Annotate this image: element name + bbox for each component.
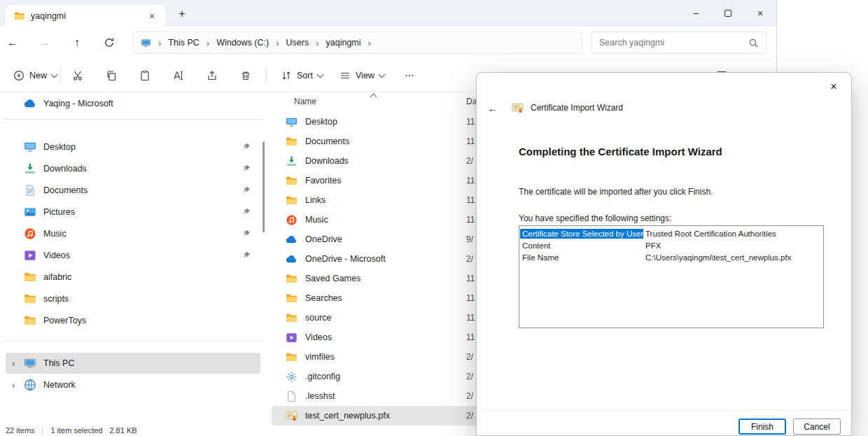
back-button[interactable]: ← <box>1 31 24 54</box>
sidebar-item-music[interactable]: Music <box>6 223 260 244</box>
forward-button[interactable]: → <box>34 31 56 54</box>
chevron-down-icon <box>51 71 58 78</box>
tab-yaqingmi[interactable]: yaqingmi × <box>6 5 165 27</box>
certificate-icon <box>286 410 298 422</box>
search-box[interactable] <box>592 31 766 54</box>
settings-value: PFX <box>643 241 663 251</box>
breadcrumb-item-this-pc[interactable]: This PC <box>165 36 202 49</box>
sidebar-item-pictures[interactable]: Pictures <box>6 202 260 223</box>
share-button[interactable] <box>198 64 226 87</box>
pin-icon <box>242 143 251 151</box>
downloads-icon <box>24 162 36 175</box>
settings-row-certificate-store-selected-by-user[interactable]: Certificate Store Selected by UserTruste… <box>520 227 822 239</box>
sidebar-item-downloads[interactable]: Downloads <box>6 158 260 179</box>
sidebar-item-yaqing-microsoft[interactable]: Yaqing - Microsoft <box>6 93 260 114</box>
column-header-name[interactable]: Name <box>294 97 316 106</box>
new-tab-button[interactable]: + <box>172 6 192 22</box>
up-button[interactable]: ↑ <box>66 31 88 54</box>
status-selection-size: 2.81 KB <box>109 426 136 435</box>
cancel-button[interactable]: Cancel <box>793 419 841 435</box>
view-icon <box>340 70 351 81</box>
folder-icon <box>286 312 298 324</box>
file-date-modified: 11 <box>466 293 475 303</box>
folder-icon <box>24 314 36 327</box>
sort-button[interactable]: Sort <box>274 64 329 87</box>
paste-button[interactable] <box>131 64 159 87</box>
dialog-back-button[interactable]: ← <box>484 100 502 115</box>
sidebar-item-label: scripts <box>43 294 255 304</box>
sidebar-item-label: Downloads <box>43 164 235 174</box>
settings-listview[interactable]: Certificate Store Selected by UserTruste… <box>519 225 824 328</box>
file-icon <box>286 391 298 402</box>
downloads-icon <box>286 155 298 167</box>
more-icon <box>404 70 415 81</box>
rename-button[interactable] <box>164 64 192 87</box>
chevron-right-icon: › <box>365 38 374 48</box>
dialog-header: ← Certificate Import Wizard <box>484 99 623 116</box>
toolbar-divider <box>60 67 61 84</box>
file-name: Favorites <box>305 176 341 185</box>
sidebar-item-this-pc[interactable]: ›This PC <box>6 353 260 374</box>
breadcrumb[interactable]: ›This PC›Windows (C:)›Users›yaqingmi› <box>133 31 582 54</box>
file-date-modified: 2/ <box>466 391 473 401</box>
tab-close-icon[interactable]: × <box>144 8 160 24</box>
sidebar-item-label: Desktop <box>43 142 235 152</box>
settings-row-file-name[interactable]: File NameC:\Users\yaqingmi\test_cert_new… <box>520 251 822 263</box>
settings-value: C:\Users\yaqingmi\test_cert_newplus.pfx <box>643 253 793 262</box>
sidebar-item-documents[interactable]: Documents <box>6 180 260 201</box>
close-icon: × <box>757 8 763 19</box>
file-name: .gitconfig <box>305 372 340 381</box>
close-button[interactable]: × <box>744 0 776 27</box>
sidebar-item-label: Videos <box>43 251 235 260</box>
copy-button[interactable] <box>97 64 125 87</box>
file-date-modified: 2/ <box>466 156 473 166</box>
breadcrumb-item-users[interactable]: Users <box>284 36 312 49</box>
settings-row-content[interactable]: ContentPFX <box>520 239 822 251</box>
maximize-button[interactable] <box>712 0 744 27</box>
breadcrumb-item-yaqingmi[interactable]: yaqingmi <box>323 36 364 49</box>
folder-icon <box>24 271 36 283</box>
sort-icon <box>281 70 292 81</box>
chevron-right-icon: › <box>155 38 164 48</box>
pin-icon <box>242 186 251 195</box>
up-icon: ↑ <box>74 36 80 49</box>
sidebar-item-scripts[interactable]: scripts <box>6 288 260 309</box>
pin-icon <box>242 251 251 260</box>
breadcrumb-item-windows-c[interactable]: Windows (C:) <box>214 36 272 49</box>
file-date-modified: 2/ <box>466 372 473 381</box>
sidebar-item-desktop[interactable]: Desktop <box>6 136 260 157</box>
folder-icon <box>286 195 298 206</box>
search-input[interactable] <box>599 38 743 48</box>
folder-icon <box>14 10 25 22</box>
forward-icon: → <box>39 36 50 49</box>
sidebar-item-network[interactable]: ›Network <box>6 374 260 395</box>
cut-icon <box>72 70 83 81</box>
new-button[interactable]: New <box>7 64 63 87</box>
file-date-modified: 11 <box>466 332 475 342</box>
sidebar-item-aifabric[interactable]: aifabric <box>6 267 260 288</box>
more-options-button[interactable] <box>398 64 421 87</box>
delete-button[interactable] <box>232 64 260 87</box>
view-button[interactable]: View <box>333 64 391 87</box>
sidebar-item-videos[interactable]: Videos <box>6 245 260 266</box>
refresh-button[interactable] <box>98 31 120 54</box>
finish-button[interactable]: Finish <box>738 419 786 435</box>
chevron-right-icon[interactable]: › <box>12 380 19 391</box>
sidebar-item-label: This PC <box>43 358 255 368</box>
sidebar-item-label: Network <box>43 380 255 390</box>
chevron-right-icon: › <box>313 38 321 48</box>
file-date-modified: 11 <box>466 313 475 323</box>
cut-button[interactable] <box>64 64 92 87</box>
dialog-close-button[interactable]: × <box>823 78 844 96</box>
wizard-description: The certificate will be imported after y… <box>519 187 713 197</box>
chevron-right-icon[interactable]: › <box>12 358 19 369</box>
sidebar-pinned-section: DesktopDownloadsDocumentsPicturesMusicVi… <box>0 136 266 331</box>
sidebar-scrollbar[interactable] <box>262 141 265 232</box>
gear-icon <box>286 371 298 383</box>
file-date-modified: 11 <box>466 215 475 225</box>
minimize-button[interactable]: − <box>680 0 712 27</box>
file-date-modified: 2/ <box>466 352 473 362</box>
pc-icon <box>24 357 36 370</box>
sidebar-item-powertoys[interactable]: PowerToys <box>6 310 260 331</box>
settings-label: You have specified the following setting… <box>519 213 671 223</box>
